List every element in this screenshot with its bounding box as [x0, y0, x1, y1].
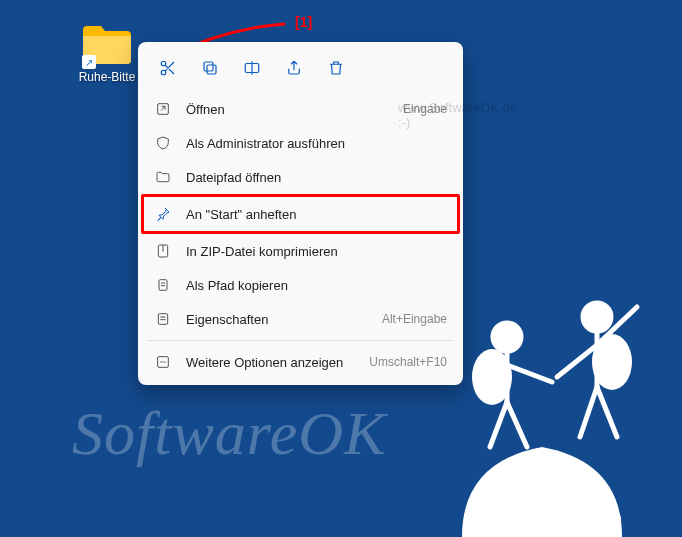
- rename-icon: [243, 59, 261, 77]
- svg-point-14: [164, 361, 165, 362]
- annotation-1: [1]: [295, 14, 312, 30]
- menu-item-more-options[interactable]: Weitere Optionen anzeigen Umschalt+F10: [144, 345, 457, 379]
- svg-point-12: [160, 361, 161, 362]
- zip-icon: [154, 242, 172, 260]
- svg-line-24: [580, 387, 597, 437]
- open-icon: [154, 100, 172, 118]
- menu-item-admin[interactable]: Als Administrator ausführen: [144, 126, 457, 160]
- menu-label: In ZIP-Datei komprimieren: [186, 244, 433, 259]
- svg-rect-7: [159, 280, 167, 291]
- svg-line-25: [597, 387, 617, 437]
- shield-icon: [154, 134, 172, 152]
- svg-point-28: [592, 334, 632, 390]
- desktop-icon-label: Ruhe-Bitte: [72, 70, 142, 84]
- shortcut-arrow-icon: ↗: [82, 55, 96, 69]
- share-icon: [285, 59, 303, 77]
- context-menu-toolbar: [144, 48, 457, 92]
- delete-button[interactable]: [318, 52, 354, 84]
- menu-separator: [148, 340, 453, 341]
- menu-label: Dateipfad öffnen: [186, 170, 433, 185]
- menu-item-properties[interactable]: Eigenschaften Alt+Eingabe: [144, 302, 457, 336]
- properties-icon: [154, 310, 172, 328]
- trash-icon: [327, 59, 345, 77]
- svg-line-19: [480, 365, 507, 392]
- menu-shortcut: Umschalt+F10: [369, 355, 447, 369]
- more-icon: [154, 353, 172, 371]
- copy-path-icon: [154, 276, 172, 294]
- menu-label: Als Pfad kopieren: [186, 278, 433, 293]
- svg-point-15: [493, 323, 521, 351]
- svg-rect-0: [207, 65, 216, 74]
- menu-label: Eigenschaften: [186, 312, 368, 327]
- watermark-bottom: www.SoftwareOK.de :-): [477, 511, 623, 527]
- svg-line-18: [507, 402, 527, 447]
- menu-label: Weitere Optionen anzeigen: [186, 355, 355, 370]
- menu-label: Öffnen: [186, 102, 389, 117]
- svg-point-22: [583, 303, 611, 331]
- copy-button[interactable]: [192, 52, 228, 84]
- folder-open-icon: [154, 168, 172, 186]
- svg-line-27: [597, 307, 637, 345]
- menu-item-pin-start[interactable]: An "Start" anheften: [141, 194, 460, 234]
- svg-line-26: [557, 345, 597, 377]
- svg-point-21: [472, 349, 512, 405]
- watermark-large: SoftwareOK: [72, 398, 386, 469]
- svg-rect-1: [204, 62, 213, 71]
- svg-line-20: [507, 365, 552, 382]
- svg-rect-8: [158, 314, 167, 325]
- menu-shortcut: Alt+Eingabe: [382, 312, 447, 326]
- menu-item-open[interactable]: Öffnen Eingabe: [144, 92, 457, 126]
- pin-icon: [154, 205, 172, 223]
- menu-item-zip[interactable]: In ZIP-Datei komprimieren: [144, 234, 457, 268]
- menu-item-copy-path[interactable]: Als Pfad kopieren: [144, 268, 457, 302]
- cut-button[interactable]: [150, 52, 186, 84]
- menu-label: Als Administrator ausführen: [186, 136, 433, 151]
- rename-button[interactable]: [234, 52, 270, 84]
- svg-line-17: [490, 402, 507, 447]
- menu-shortcut: Eingabe: [403, 102, 447, 116]
- scissors-icon: [159, 59, 177, 77]
- desktop-shortcut-folder[interactable]: ↗ Ruhe-Bitte: [72, 22, 142, 84]
- copy-icon: [201, 59, 219, 77]
- menu-label: An "Start" anheften: [186, 207, 433, 222]
- context-menu: www.SoftwareOK.de :-) Öffnen Eingabe Als…: [138, 42, 463, 385]
- menu-item-path[interactable]: Dateipfad öffnen: [144, 160, 457, 194]
- share-button[interactable]: [276, 52, 312, 84]
- svg-point-13: [162, 361, 163, 362]
